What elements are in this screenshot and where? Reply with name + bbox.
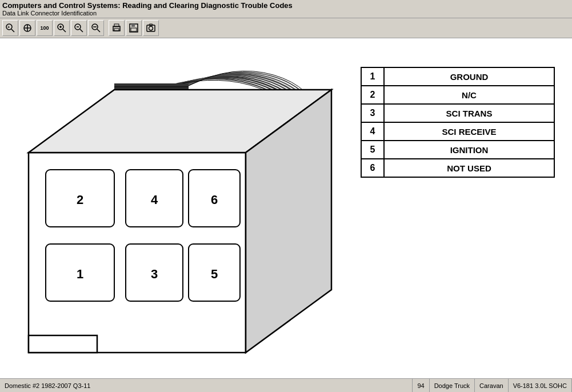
pin-number: 4 xyxy=(361,122,384,141)
pin-label: N/C xyxy=(384,86,554,104)
print-button[interactable] xyxy=(109,20,125,36)
table-row: 6NOT USED xyxy=(361,159,554,177)
svg-rect-28 xyxy=(29,335,97,353)
pan-button[interactable] xyxy=(19,20,35,36)
svg-line-7 xyxy=(63,29,66,32)
pin-number: 5 xyxy=(361,141,384,159)
table-row: 1GROUND xyxy=(361,67,554,86)
subtitle: Data Link Connector Identification xyxy=(2,10,570,17)
zoom-in-button[interactable] xyxy=(54,20,70,36)
table-row: 4SCI RECEIVE xyxy=(361,122,554,141)
pin-label: GROUND xyxy=(384,67,554,86)
main-content: 2 1 4 6 3 5 1GROUND2N/C3SCI TRANS4SCI RE… xyxy=(0,38,572,389)
main-title: Computers and Control Systems: Reading a… xyxy=(2,1,570,10)
svg-text:2: 2 xyxy=(77,193,83,207)
svg-line-14 xyxy=(97,29,100,32)
snapshot-button[interactable] xyxy=(143,20,159,36)
pin-label: NOT USED xyxy=(384,159,554,177)
svg-text:6: 6 xyxy=(211,193,218,207)
pin-number: 3 xyxy=(361,104,384,122)
table-row: 2N/C xyxy=(361,86,554,104)
pin-table: 1GROUND2N/C3SCI TRANS4SCI RECEIVE5IGNITI… xyxy=(361,67,555,178)
svg-text:4: 4 xyxy=(151,193,158,207)
status-page: 94 xyxy=(413,379,429,392)
pin-number: 6 xyxy=(361,159,384,177)
svg-rect-21 xyxy=(131,28,137,31)
svg-text:+: + xyxy=(7,25,10,29)
zoom-100-button[interactable]: 100 xyxy=(37,20,53,36)
pin-label: SCI RECEIVE xyxy=(384,122,554,141)
svg-point-23 xyxy=(149,26,153,30)
save-image-button[interactable] xyxy=(126,20,142,36)
pin-number: 2 xyxy=(361,86,384,104)
connector-diagram: 2 1 4 6 3 5 xyxy=(0,38,354,389)
svg-text:3: 3 xyxy=(151,267,158,281)
svg-rect-20 xyxy=(131,24,135,27)
svg-line-11 xyxy=(80,29,83,32)
table-row: 3SCI TRANS xyxy=(361,104,554,122)
zoom-fit-button[interactable] xyxy=(71,20,87,36)
svg-text:1: 1 xyxy=(77,267,83,281)
status-bar: Domestic #2 1982-2007 Q3-11 94 Dodge Tru… xyxy=(0,378,572,392)
title-bar: Computers and Control Systems: Reading a… xyxy=(0,0,572,18)
table-row: 5IGNITION xyxy=(361,141,554,159)
pin-label: IGNITION xyxy=(384,141,554,159)
status-engine: V6-181 3.0L SOHC xyxy=(509,379,572,392)
toolbar: + 100 xyxy=(0,18,572,38)
status-source: Domestic #2 1982-2007 Q3-11 xyxy=(0,379,413,392)
status-make: Dodge Truck xyxy=(430,379,475,392)
pin-label: SCI TRANS xyxy=(384,104,554,122)
status-model: Caravan xyxy=(475,379,509,392)
pin-number: 1 xyxy=(361,67,384,86)
svg-text:5: 5 xyxy=(211,267,218,281)
zoom-out-button[interactable] xyxy=(88,20,104,36)
zoom-cursor-button[interactable]: + xyxy=(2,20,18,36)
svg-line-1 xyxy=(11,29,14,32)
pin-table-area: 1GROUND2N/C3SCI TRANS4SCI RECEIVE5IGNITI… xyxy=(361,67,555,178)
